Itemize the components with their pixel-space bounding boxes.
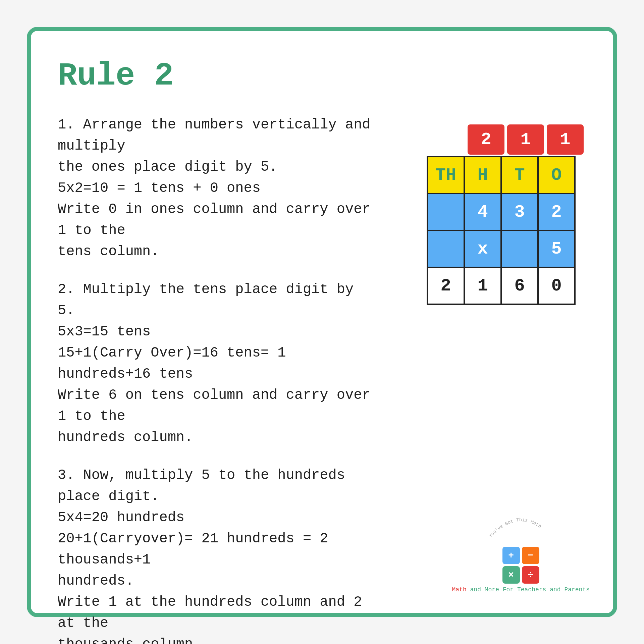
logo-icons: + − × ÷ (502, 547, 539, 584)
logo-tagline: Math and More For Teachers and Parents (452, 586, 590, 593)
result-2: 2 (427, 267, 464, 304)
logo-svg: You've Got This Math (487, 511, 554, 545)
cell-blank2 (427, 230, 464, 267)
carry-cell-1a: 1 (507, 124, 544, 155)
step-2: 2. Multiply the tens place digit by 5. 5… (58, 279, 378, 448)
result-row: 2 1 6 0 (427, 267, 575, 304)
step3-text: 3. Now, multiply 5 to the hundreds place… (58, 465, 378, 644)
multiplication-table-wrapper: 2 1 1 TH H T O (427, 124, 586, 305)
header-row: TH H T O (427, 157, 575, 194)
logo-area: You've Got This Math + − × ÷ Math and Mo… (452, 511, 590, 593)
logo-plus-icon: + (502, 547, 520, 564)
multiplication-grid: TH H T O 4 3 2 (427, 156, 576, 305)
header-o: O (538, 157, 575, 194)
carry-cell-1b: 1 (547, 124, 584, 155)
step1-text: 1. Arrange the numbers vertically and mu… (58, 114, 378, 262)
text-column: 1. Arrange the numbers vertically and mu… (58, 114, 378, 644)
logo-divide-icon: ÷ (522, 566, 539, 584)
cell-blank1 (427, 194, 464, 230)
carry-cell-2: 2 (468, 124, 504, 155)
number-row: 4 3 2 (427, 194, 575, 230)
result-1: 1 (464, 267, 501, 304)
header-t: T (501, 157, 538, 194)
cell-5: 5 (538, 230, 575, 267)
carry-cell-empty (428, 124, 465, 155)
multiplier-row: x 5 (427, 230, 575, 267)
logo-minus-icon: − (522, 547, 539, 564)
step-1: 1. Arrange the numbers vertically and mu… (58, 114, 378, 262)
main-card: Rule 2 1. Arrange the numbers vertically… (27, 27, 617, 617)
step-3: 3. Now, multiply 5 to the hundreds place… (58, 465, 378, 644)
cell-3: 3 (501, 194, 538, 230)
cell-2: 2 (538, 194, 575, 230)
result-0: 0 (538, 267, 575, 304)
cell-blank3 (501, 230, 538, 267)
step2-text: 2. Multiply the tens place digit by 5. 5… (58, 279, 378, 448)
header-th: TH (427, 157, 464, 194)
header-h: H (464, 157, 501, 194)
result-6: 6 (501, 267, 538, 304)
cell-x: x (464, 230, 501, 267)
cell-4: 4 (464, 194, 501, 230)
logo-multiply-icon: × (502, 566, 520, 584)
carry-row: 2 1 1 (428, 124, 586, 155)
page-title: Rule 2 (58, 58, 586, 94)
